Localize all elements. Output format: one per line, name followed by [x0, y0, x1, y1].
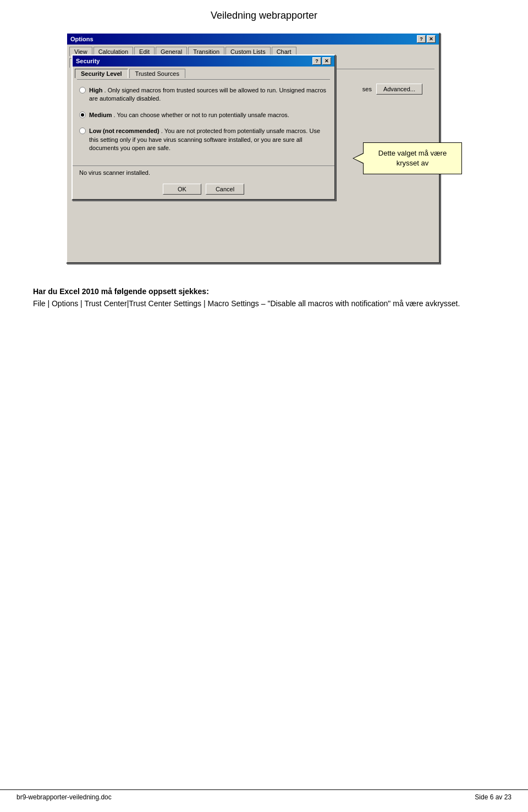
- medium-radio[interactable]: [79, 112, 86, 118]
- virus-scanner-area: No virus scanner installed.: [73, 165, 334, 179]
- security-tab-separator: [77, 79, 330, 80]
- advanced-button[interactable]: Advanced...: [376, 84, 422, 95]
- high-option: High . Only signed macros from trusted s…: [79, 86, 328, 103]
- low-radio[interactable]: [79, 128, 86, 134]
- medium-option: Medium . You can choose whether or not t…: [79, 111, 328, 119]
- security-tabs: Security Level Trusted Sources: [73, 67, 334, 78]
- low-option-text: Low (not recommended) . You are not prot…: [89, 127, 328, 152]
- security-cancel-button[interactable]: Cancel: [206, 184, 244, 195]
- options-titlebar: Options ? ✕: [67, 34, 439, 45]
- trusted-sources-label: ses: [362, 86, 372, 92]
- security-content: High . Only signed macros from trusted s…: [73, 81, 334, 165]
- description-heading: Har du Excel 2010 må følgende oppsett sj…: [33, 287, 209, 296]
- footer: br9-webrapporter-veiledning.doc Side 6 a…: [0, 789, 528, 801]
- high-description: Only signed macros from trusted sources …: [89, 87, 326, 102]
- main-content: Har du Excel 2010 må følgende oppsett sj…: [0, 269, 528, 332]
- high-radio[interactable]: [79, 87, 86, 93]
- security-ok-button[interactable]: OK: [163, 184, 201, 195]
- page-title: Veiledning webrapporter: [0, 0, 528, 27]
- low-option: Low (not recommended) . You are not prot…: [79, 127, 328, 152]
- tab-security-level[interactable]: Security Level: [75, 69, 128, 78]
- security-close-button[interactable]: ✕: [322, 57, 331, 65]
- security-titlebar: Security ? ✕: [73, 56, 334, 67]
- description-body: File | Options | Trust Center|Trust Cent…: [33, 299, 460, 308]
- callout-text: Dette valget må være krysset av: [378, 149, 447, 167]
- virus-scanner-text: No virus scanner installed.: [79, 169, 150, 176]
- high-label: High: [89, 87, 102, 93]
- content-paragraph: Har du Excel 2010 må følgende oppsett sj…: [33, 285, 495, 310]
- medium-description: You can choose whether or not to run pot…: [117, 112, 289, 118]
- callout-bubble: Dette valget må være krysset av: [363, 142, 462, 174]
- security-title: Security: [76, 58, 100, 64]
- options-title: Options: [70, 36, 94, 42]
- help-button[interactable]: ?: [417, 35, 426, 43]
- close-button[interactable]: ✕: [427, 35, 436, 43]
- high-option-text: High . Only signed macros from trusted s…: [89, 86, 328, 103]
- low-label: Low (not recommended): [89, 128, 160, 134]
- trusted-sources-row: ses Advanced...: [362, 84, 422, 95]
- screenshot-area: Options ? ✕ View Calculation Edit Genera…: [66, 32, 462, 263]
- footer-left: br9-webrapporter-veiledning.doc: [16, 793, 112, 801]
- tab-trusted-sources[interactable]: Trusted Sources: [129, 69, 185, 78]
- footer-right: Side 6 av 23: [475, 793, 512, 801]
- security-titlebar-buttons: ? ✕: [312, 57, 331, 65]
- medium-label: Medium: [89, 112, 112, 118]
- security-help-button[interactable]: ?: [312, 57, 321, 65]
- security-buttons: OK Cancel: [73, 179, 334, 199]
- medium-option-text: Medium . You can choose whether or not t…: [89, 111, 289, 119]
- security-dialog: Security ? ✕ Security Level Trusted Sour…: [72, 54, 336, 200]
- titlebar-buttons: ? ✕: [417, 35, 436, 43]
